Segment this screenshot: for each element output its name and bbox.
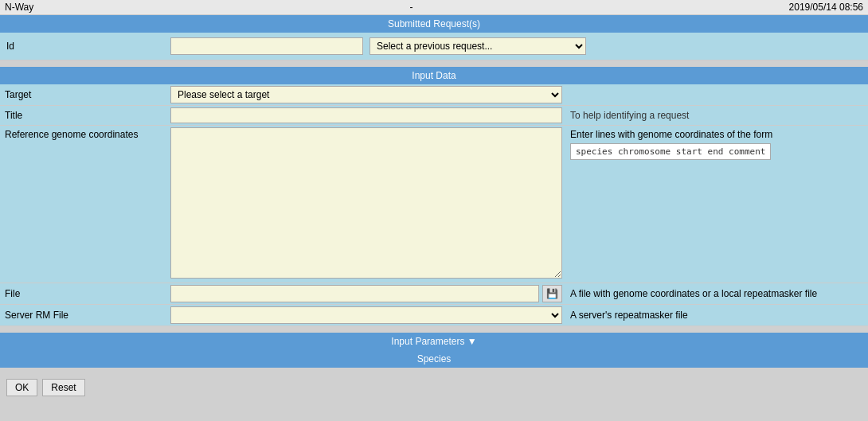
server-rm-control (167, 305, 565, 325)
id-label: Id (0, 37, 167, 55)
ok-button[interactable]: OK (6, 379, 37, 396)
species-header: Species (0, 350, 868, 368)
file-control-wrap: 💾 (167, 283, 565, 304)
title-input[interactable] (170, 107, 562, 123)
file-browse-button[interactable]: 💾 (542, 285, 562, 302)
server-rm-help: A server's repeatmasker file (565, 306, 868, 324)
reference-code-box: species chromosome start end comment (570, 143, 771, 160)
server-rm-select[interactable] (170, 306, 562, 324)
id-input[interactable] (170, 37, 363, 55)
file-path-input[interactable] (170, 285, 539, 302)
reference-label: Reference genome coordinates (0, 126, 167, 143)
app-name: N-Way (5, 2, 33, 13)
floppy-icon: 💾 (546, 288, 558, 299)
reference-textarea[interactable] (170, 127, 562, 279)
file-row: File 💾 A file with genome coordinates or… (0, 283, 868, 305)
file-help: A file with genome coordinates or a loca… (565, 285, 868, 302)
server-rm-label: Server RM File (0, 306, 167, 324)
titlebar: N-Way - 2019/05/14 08:56 (0, 0, 868, 15)
reference-textarea-wrap (167, 126, 565, 283)
target-help (565, 92, 852, 98)
reference-row: Reference genome coordinates Enter lines… (0, 126, 868, 283)
bottom-buttons: OK Reset (0, 374, 868, 401)
submitted-requests-header: Submitted Request(s) (0, 15, 868, 33)
previous-request-select[interactable]: Select a previous request... (369, 37, 586, 55)
server-rm-row: Server RM File A server's repeatmasker f… (0, 305, 868, 326)
datetime: 2019/05/14 08:56 (789, 2, 863, 13)
input-parameters-header[interactable]: Input Parameters ▼ (0, 333, 868, 350)
id-row: Id Select a previous request... (0, 33, 868, 60)
input-data-header: Input Data (0, 67, 868, 84)
reference-help: Enter lines with genome coordinates of t… (565, 126, 868, 163)
target-select[interactable]: Please select a target (170, 86, 562, 103)
target-control: Please select a target (167, 84, 565, 105)
app-container: N-Way - 2019/05/14 08:56 Submitted Reque… (0, 0, 868, 401)
reset-button[interactable]: Reset (42, 379, 84, 396)
file-label: File (0, 285, 167, 302)
target-label: Target (0, 86, 167, 103)
target-row: Target Please select a target (0, 84, 868, 106)
title-separator: - (409, 2, 412, 13)
previous-request-wrap: Select a previous request... (366, 36, 589, 57)
title-label: Title (0, 107, 167, 124)
title-control (167, 106, 565, 125)
id-spacer (167, 36, 366, 57)
title-help: To help identifying a request (565, 107, 852, 124)
title-row: Title To help identifying a request (0, 106, 868, 126)
